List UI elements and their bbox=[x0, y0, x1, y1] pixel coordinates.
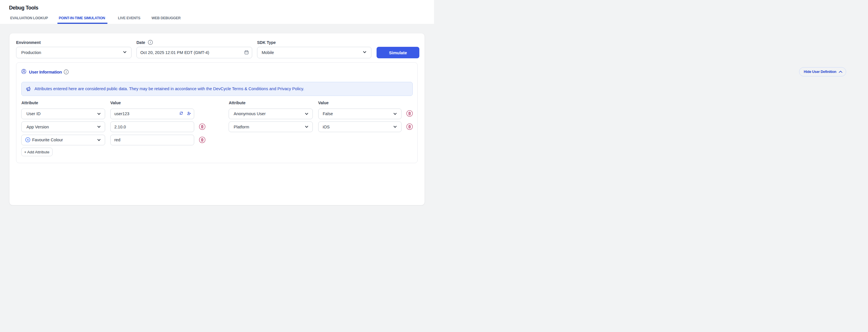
svg-text:i: i bbox=[66, 70, 67, 73]
svg-text:S: S bbox=[27, 138, 29, 141]
svg-text:i: i bbox=[150, 41, 151, 44]
